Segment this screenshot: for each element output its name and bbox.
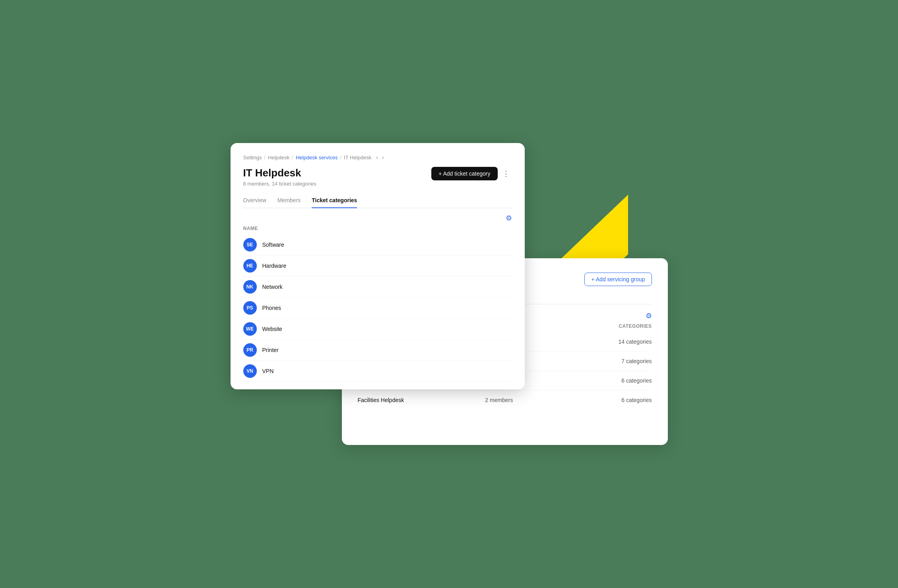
ticket-name: Network (262, 284, 283, 290)
avatar: PS (243, 301, 257, 315)
ticket-name: Printer (262, 347, 279, 353)
breadcrumb-it-helpdesk: IT Helpdesk (344, 155, 371, 161)
ticket-category-item[interactable]: AS Access (243, 382, 512, 385)
avatar: VN (243, 364, 257, 378)
avatar: SE (243, 238, 257, 251)
helpdesk-categories: 7 categories (583, 351, 652, 371)
avatar: NK (243, 280, 257, 294)
avatar: HE (243, 259, 257, 273)
breadcrumb-settings[interactable]: Settings (243, 155, 262, 161)
ticket-category-item[interactable]: VN VPN (243, 361, 512, 382)
front-header-actions: + Add ticket category ⋮ (431, 167, 512, 180)
breadcrumb-nav: ‹ › (375, 154, 384, 161)
col-categories-header: Categories (583, 323, 652, 332)
helpdesk-categories: 6 categories (583, 371, 652, 390)
ticket-name: Website (262, 326, 282, 332)
scene: Helpdesk settings + Add servicing group … (231, 143, 668, 445)
ticket-name: VPN (262, 368, 274, 374)
front-header-row: IT Helpdesk 8 members, 14 ticket categor… (243, 167, 512, 195)
front-filter-icon[interactable]: ⚙ (506, 214, 512, 222)
breadcrumb-prev[interactable]: ‹ (375, 154, 379, 161)
avatar: WE (243, 322, 257, 336)
ticket-category-item[interactable]: WE Website (243, 319, 512, 340)
more-options-button[interactable]: ⋮ (500, 168, 512, 180)
front-title-group: IT Helpdesk 8 members, 14 ticket categor… (243, 167, 316, 195)
page-title: IT Helpdesk (243, 167, 316, 179)
breadcrumb-next[interactable]: › (381, 154, 385, 161)
tab-members[interactable]: Members (277, 197, 301, 208)
helpdesk-categories: 6 categories (583, 390, 652, 410)
front-tabs: Overview Members Ticket categories (243, 197, 512, 208)
breadcrumb: Settings / Helpdesk / Helpdesk services … (243, 154, 512, 161)
name-col-header: Name (231, 226, 525, 234)
ticket-category-item[interactable]: HE Hardware (243, 255, 512, 277)
ticket-name: Phones (262, 305, 281, 311)
ticket-category-list: SE Software HE Hardware NK Network PS Ph… (231, 234, 525, 385)
tab-overview[interactable]: Overview (243, 197, 266, 208)
ticket-name: Hardware (262, 263, 287, 269)
avatar: PR (243, 343, 257, 357)
helpdesk-members: 2 members (453, 390, 583, 410)
ticket-category-item[interactable]: SE Software (243, 234, 512, 255)
filter-icon[interactable]: ⚙ (646, 311, 652, 320)
it-helpdesk-card: Settings / Helpdesk / Helpdesk services … (231, 143, 525, 389)
breadcrumb-helpdesk[interactable]: Helpdesk (268, 155, 289, 161)
helpdesk-row[interactable]: Facilities Helpdesk 2 members 6 categori… (358, 390, 652, 410)
tab-ticket-categories[interactable]: Ticket categories (312, 197, 357, 208)
helpdesk-categories: 14 categories (583, 332, 652, 352)
ticket-category-item[interactable]: PS Phones (243, 298, 512, 319)
front-card-inner: Settings / Helpdesk / Helpdesk services … (231, 143, 525, 208)
ticket-category-item[interactable]: NK Network (243, 277, 512, 298)
front-filter-row: ⚙ (231, 208, 525, 226)
ticket-category-item[interactable]: PR Printer (243, 340, 512, 361)
add-servicing-group-button[interactable]: + Add servicing group (584, 273, 652, 286)
ticket-name: Software (262, 242, 284, 248)
breadcrumb-helpdesk-services[interactable]: Helpdesk services (296, 155, 338, 161)
page-subtitle: 8 members, 14 ticket categories (243, 181, 316, 187)
helpdesk-name: Facilities Helpdesk (358, 390, 454, 410)
add-ticket-category-button[interactable]: + Add ticket category (431, 167, 497, 180)
